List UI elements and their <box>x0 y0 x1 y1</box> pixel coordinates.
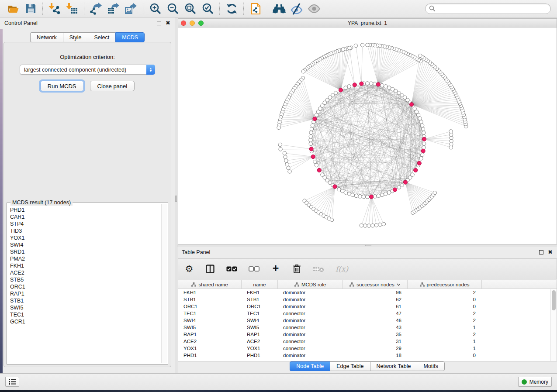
cell-predecessor-nodes[interactable]: 1 <box>408 338 482 345</box>
mcds-result-item[interactable]: YOX1 <box>8 234 161 241</box>
column-header-shared-name[interactable]: shared name <box>178 280 242 289</box>
table-row[interactable]: PHD1PHD1dominator180 <box>178 352 557 359</box>
tab-network[interactable]: Network <box>30 32 63 42</box>
mcds-result-item[interactable]: STB5 <box>8 276 161 283</box>
table-settings-button[interactable]: ⚙ <box>184 262 194 275</box>
cell-shared-name[interactable]: YOX1 <box>178 345 242 352</box>
mcds-result-item[interactable]: PMA2 <box>8 255 161 262</box>
task-history-button[interactable] <box>5 377 19 387</box>
table-row[interactable]: TEC1TEC1connector472 <box>178 310 557 317</box>
cell-successor-nodes[interactable]: 46 <box>343 317 408 324</box>
column-header-predecessor-nodes[interactable]: predecessor nodes <box>408 280 482 289</box>
cell-name[interactable]: RAP1 <box>242 331 278 338</box>
save-session-button[interactable] <box>22 1 39 16</box>
cell-successor-nodes[interactable]: 35 <box>343 331 408 338</box>
column-header-mcds-role[interactable]: MCDS role <box>278 280 343 289</box>
cell-mcds-role[interactable]: dominator <box>278 352 343 359</box>
table-row[interactable]: RAP1RAP1dominator352 <box>178 331 557 338</box>
cell-name[interactable]: SWI4 <box>242 317 278 324</box>
optimization-criterion-select[interactable]: largest connected component (undirected)… <box>20 65 155 75</box>
cell-mcds-role[interactable]: dominator <box>278 289 343 296</box>
delete-column-button[interactable] <box>292 262 301 275</box>
cell-predecessor-nodes[interactable]: 2 <box>408 310 482 317</box>
cell-mcds-role[interactable]: dominator <box>278 303 343 310</box>
cell-shared-name[interactable]: TEC1 <box>178 310 242 317</box>
cell-shared-name[interactable]: SWI5 <box>178 324 242 331</box>
cell-successor-nodes[interactable]: 31 <box>343 338 408 345</box>
hide-selected-button[interactable] <box>288 1 305 16</box>
cell-name[interactable]: YOX1 <box>242 345 278 352</box>
float-panel-icon[interactable] <box>157 21 161 25</box>
function-builder-button-disabled[interactable]: f(x) <box>336 262 348 275</box>
cell-predecessor-nodes[interactable]: 0 <box>408 352 482 359</box>
network-graph[interactable] <box>178 28 557 244</box>
cell-successor-nodes[interactable]: 47 <box>343 310 408 317</box>
cell-shared-name[interactable]: ACE2 <box>178 338 242 345</box>
cell-shared-name[interactable]: SWI4 <box>178 317 242 324</box>
cell-shared-name[interactable]: STB1 <box>178 296 242 303</box>
cell-shared-name[interactable]: RAP1 <box>178 331 242 338</box>
cell-shared-name[interactable]: FKH1 <box>178 289 242 296</box>
run-mcds-button[interactable]: Run MCDS <box>40 81 84 91</box>
column-header-successor-nodes[interactable]: successor nodes <box>343 280 408 289</box>
cell-successor-nodes[interactable]: 62 <box>343 296 408 303</box>
close-panel-button[interactable]: Close panel <box>90 81 135 91</box>
close-panel-icon[interactable]: ✖ <box>166 21 170 25</box>
cell-predecessor-nodes[interactable]: 0 <box>408 296 482 303</box>
mcds-result-item[interactable]: PHD1 <box>8 206 161 213</box>
splitter-grip[interactable] <box>175 196 177 202</box>
mcds-result-item[interactable]: STB1 <box>8 297 161 304</box>
table-row[interactable]: SWI4SWI4dominator462 <box>178 317 557 324</box>
tab-motifs[interactable]: Motifs <box>417 361 444 371</box>
find-button[interactable] <box>270 1 288 16</box>
search-input[interactable] <box>438 6 547 12</box>
mcds-result-item[interactable]: GCR1 <box>8 318 161 325</box>
table-row[interactable]: STB1STB1dominator620 <box>178 296 557 303</box>
cell-mcds-role[interactable]: dominator <box>278 331 343 338</box>
tab-select[interactable]: Select <box>88 32 116 42</box>
cell-successor-nodes[interactable]: 61 <box>343 303 408 310</box>
mcds-result-item[interactable]: ORC1 <box>8 283 161 290</box>
cell-predecessor-nodes[interactable]: 1 <box>408 345 482 352</box>
table-scrollbar[interactable] <box>550 289 557 361</box>
table-row[interactable]: FKH1FKH1dominator962 <box>178 289 557 296</box>
duplicate-network-button[interactable] <box>247 1 264 16</box>
tab-node-table[interactable]: Node Table <box>290 361 330 371</box>
scrollbar-thumb[interactable] <box>552 290 556 310</box>
mcds-result-item[interactable]: FKH1 <box>8 262 161 269</box>
cell-predecessor-nodes[interactable]: 0 <box>408 303 482 310</box>
table-row[interactable]: ORC1ORC1dominator610 <box>178 303 557 310</box>
cell-name[interactable]: PHD1 <box>242 352 278 359</box>
mcds-list-scrollbar[interactable] <box>161 204 167 363</box>
add-column-button[interactable]: + <box>271 262 280 275</box>
search-field[interactable] <box>425 3 551 14</box>
deselect-all-button[interactable] <box>249 262 259 275</box>
close-panel-icon[interactable]: ✖ <box>548 250 553 254</box>
cell-predecessor-nodes[interactable]: 2 <box>408 331 482 338</box>
cell-name[interactable]: ORC1 <box>242 303 278 310</box>
cell-shared-name[interactable]: PHD1 <box>178 352 242 359</box>
splitter-grip[interactable] <box>365 245 371 246</box>
table-row[interactable]: SWI5SWI5connector431 <box>178 324 557 331</box>
cell-mcds-role[interactable]: connector <box>278 310 343 317</box>
table-row[interactable]: ACE2ACE2connector311 <box>178 338 557 345</box>
export-network-button[interactable] <box>87 1 105 16</box>
mcds-result-item[interactable]: SWI5 <box>8 304 161 311</box>
mcds-result-item[interactable]: SRD1 <box>8 248 161 255</box>
mcds-result-item[interactable]: RAP1 <box>8 290 161 297</box>
cell-predecessor-nodes[interactable]: 1 <box>408 324 482 331</box>
cell-name[interactable]: TEC1 <box>242 310 278 317</box>
zoom-fit-button[interactable] <box>181 1 199 16</box>
cell-predecessor-nodes[interactable]: 2 <box>408 317 482 324</box>
import-table-button[interactable] <box>63 1 81 16</box>
delete-table-button-disabled[interactable] <box>313 262 324 275</box>
zoom-selected-button[interactable] <box>199 1 216 16</box>
mcds-result-item[interactable]: ACE2 <box>8 269 161 276</box>
tab-network-table[interactable]: Network Table <box>370 361 417 371</box>
table-row[interactable]: YOX1YOX1connector291 <box>178 345 557 352</box>
tab-style[interactable]: Style <box>63 32 88 42</box>
mcds-result-item[interactable]: CAR1 <box>8 213 161 220</box>
cell-successor-nodes[interactable]: 18 <box>343 352 408 359</box>
cell-successor-nodes[interactable]: 29 <box>343 345 408 352</box>
memory-button[interactable]: Memory <box>518 377 552 387</box>
